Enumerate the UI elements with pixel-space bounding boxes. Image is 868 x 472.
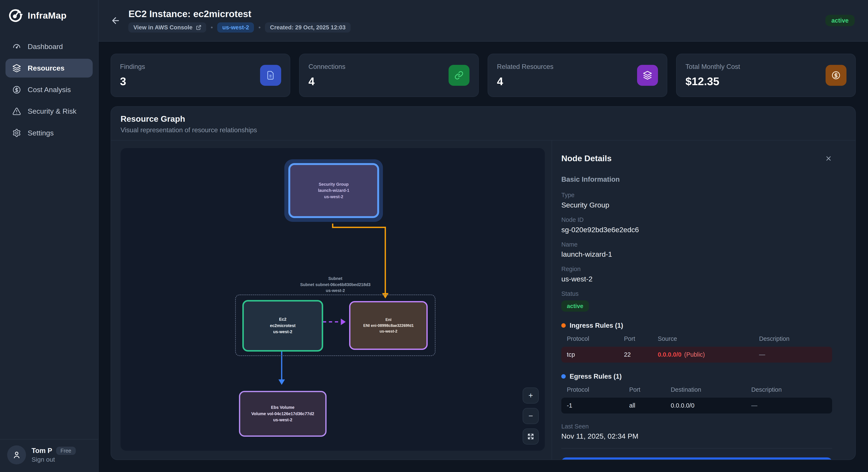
ingress-rules-heading: Ingress Rules (1): [561, 322, 832, 329]
page-title: EC2 Instance: ec2microtest: [128, 9, 350, 19]
node-id-value: sg-020e92bd3e6e2edc6: [561, 226, 832, 234]
subnet-group-label: Subnet Subnet subnet-06ce6b830bed218d3 u…: [274, 275, 396, 294]
zoom-in-button[interactable]: +: [523, 387, 539, 404]
gear-icon: [12, 128, 21, 137]
sign-out-link[interactable]: Sign out: [31, 456, 75, 463]
content: Findings 3 Connections 4: [99, 41, 868, 472]
fullscreen-button[interactable]: [523, 429, 539, 445]
sidebar-item-label: Settings: [28, 129, 54, 137]
close-icon[interactable]: [825, 155, 832, 162]
sidebar-item-label: Cost Analysis: [28, 86, 71, 94]
sidebar-item-label: Dashboard: [28, 42, 63, 51]
alert-triangle-icon: [12, 107, 21, 116]
inframap-logo-icon: [8, 8, 23, 23]
graph-node-ebs-volume[interactable]: Ebs Volume Volume vol-04c126e17d36c77d2 …: [239, 391, 327, 437]
gauge-icon: [12, 42, 21, 51]
egress-table-header: Protocol Port Destination Description: [561, 386, 832, 393]
stat-card-findings: Findings 3: [111, 54, 290, 97]
last-seen-value: Nov 11, 2025, 02:34 PM: [561, 432, 832, 440]
app-root: InfraMap Dashboard Resources: [0, 0, 868, 472]
name-value: launch-wizard-1: [561, 250, 832, 258]
stats-row: Findings 3 Connections 4: [111, 54, 856, 97]
view-node-button[interactable]: View Node: [561, 458, 832, 460]
sidebar-item-dashboard[interactable]: Dashboard: [5, 37, 92, 56]
view-in-aws-console-button[interactable]: View in AWS Console: [128, 22, 206, 33]
graph-title: Resource Graph: [121, 114, 846, 124]
zoom-controls: + −: [523, 387, 539, 445]
app-title: InfraMap: [28, 10, 66, 21]
graph-canvas[interactable]: Security Group launch-wizard-1 us-west-2…: [121, 148, 545, 450]
egress-dot-icon: [561, 374, 566, 379]
user-box: Tom P Free Sign out: [0, 439, 98, 472]
type-value: Security Group: [561, 201, 832, 209]
dollar-circle-icon: [12, 85, 21, 94]
divider: [561, 448, 832, 448]
user-name: Tom P: [31, 447, 52, 455]
region-value: us-west-2: [561, 275, 832, 283]
ingress-table-header: Protocol Port Source Description: [561, 335, 832, 342]
ingress-dot-icon: [561, 323, 566, 328]
breadcrumb: View in AWS Console • us-west-2 • Create…: [128, 22, 350, 33]
sidebar: InfraMap Dashboard Resources: [0, 0, 99, 472]
resource-graph-card: Resource Graph Visual representation of …: [111, 106, 856, 460]
sidebar-item-security-risk[interactable]: Security & Risk: [5, 102, 92, 121]
sidebar-item-label: Security & Risk: [28, 107, 76, 115]
stat-card-related-resources: Related Resources 4: [488, 54, 667, 97]
graph-subtitle: Visual representation of resource relati…: [121, 126, 846, 134]
graph-header: Resource Graph Visual representation of …: [111, 107, 855, 140]
sidebar-item-cost-analysis[interactable]: Cost Analysis: [5, 80, 92, 99]
layers-icon: [637, 65, 658, 86]
region-badge: us-west-2: [217, 22, 254, 33]
dollar-circle-icon: [826, 65, 847, 86]
graph-node-security-group[interactable]: Security Group launch-wizard-1 us-west-2: [284, 159, 383, 222]
file-icon: [260, 65, 281, 86]
graph-node-eni[interactable]: Eni ENI eni-08998c8ae32269fd1 us-west-2: [349, 301, 428, 350]
basic-information-heading: Basic Information: [561, 175, 832, 183]
sidebar-nav: Dashboard Resources Cost Analysis: [0, 36, 98, 439]
node-details-title: Node Details: [561, 154, 612, 163]
sidebar-item-resources[interactable]: Resources: [5, 59, 92, 78]
main: EC2 Instance: ec2microtest View in AWS C…: [99, 0, 868, 472]
plus-icon: +: [528, 391, 533, 400]
plan-badge: Free: [56, 447, 76, 455]
link-icon: [448, 65, 470, 86]
layers-icon: [12, 64, 21, 73]
zoom-out-button[interactable]: −: [523, 408, 539, 424]
sidebar-item-label: Resources: [28, 64, 64, 72]
page-header: EC2 Instance: ec2microtest View in AWS C…: [99, 0, 868, 41]
created-badge: Created: 29 Oct, 2025 12:03: [265, 22, 350, 33]
node-status-badge: active: [561, 300, 589, 312]
external-link-icon: [196, 25, 202, 30]
node-details-panel: Node Details Basic Information Type Secu…: [552, 141, 856, 460]
maximize-icon: [527, 433, 534, 440]
egress-rule-row: -1 all 0.0.0.0/0 —: [561, 397, 832, 413]
avatar: [7, 445, 26, 464]
ingress-rule-row: tcp 22 0.0.0.0/0(Public) —: [561, 347, 832, 362]
egress-rules-heading: Egress Rules (1): [561, 373, 832, 380]
stat-card-monthly-cost: Total Monthly Cost $12.35: [676, 54, 856, 97]
status-badge: active: [825, 15, 855, 26]
graph-node-ec2[interactable]: Ec2 ec2microtest us-west-2: [242, 300, 323, 352]
sidebar-item-settings[interactable]: Settings: [5, 124, 92, 142]
minus-icon: −: [528, 412, 533, 420]
back-button[interactable]: [111, 16, 121, 26]
stat-card-connections: Connections 4: [299, 54, 479, 97]
logo: InfraMap: [0, 0, 98, 36]
